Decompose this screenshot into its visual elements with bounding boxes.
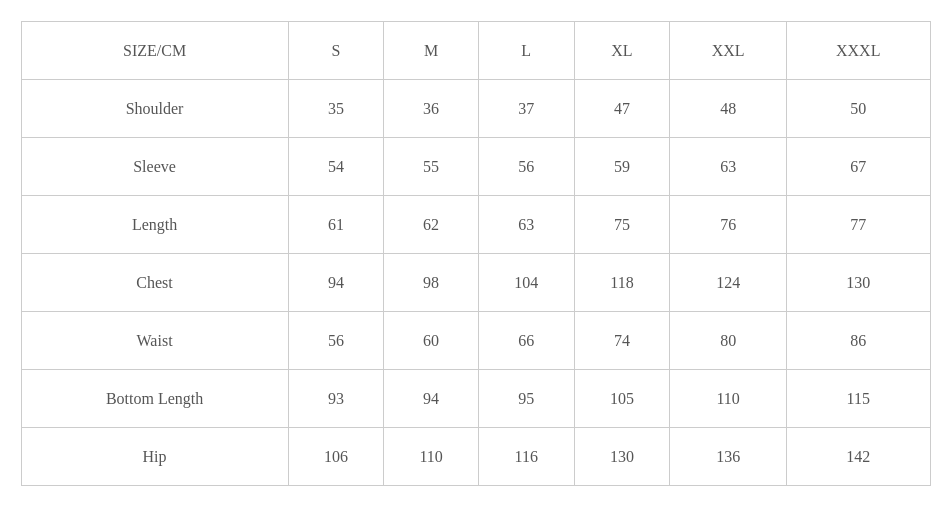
row-label: Shoulder	[21, 80, 288, 138]
row-value: 61	[288, 196, 384, 254]
row-value: 55	[384, 138, 478, 196]
row-value: 47	[574, 80, 670, 138]
col-header-size: SIZE/CM	[21, 22, 288, 80]
row-value: 75	[574, 196, 670, 254]
row-value: 130	[786, 254, 930, 312]
row-value: 36	[384, 80, 478, 138]
row-label: Waist	[21, 312, 288, 370]
row-label: Hip	[21, 428, 288, 486]
row-value: 94	[384, 370, 478, 428]
row-value: 66	[478, 312, 574, 370]
row-value: 116	[478, 428, 574, 486]
table-row: Bottom Length939495105110115	[21, 370, 930, 428]
row-value: 62	[384, 196, 478, 254]
row-value: 63	[478, 196, 574, 254]
table-row: Shoulder353637474850	[21, 80, 930, 138]
size-chart-table: SIZE/CM S M L XL XXL XXXL Shoulder353637…	[21, 21, 931, 486]
table-header-row: SIZE/CM S M L XL XXL XXXL	[21, 22, 930, 80]
table-row: Chest9498104118124130	[21, 254, 930, 312]
row-value: 105	[574, 370, 670, 428]
row-value: 56	[288, 312, 384, 370]
row-value: 77	[786, 196, 930, 254]
row-value: 130	[574, 428, 670, 486]
row-value: 118	[574, 254, 670, 312]
row-value: 76	[670, 196, 787, 254]
row-value: 54	[288, 138, 384, 196]
col-header-xl: XL	[574, 22, 670, 80]
row-label: Sleeve	[21, 138, 288, 196]
size-chart-container: SIZE/CM S M L XL XXL XXXL Shoulder353637…	[21, 21, 931, 486]
row-value: 74	[574, 312, 670, 370]
row-label: Bottom Length	[21, 370, 288, 428]
row-value: 124	[670, 254, 787, 312]
row-value: 80	[670, 312, 787, 370]
row-label: Chest	[21, 254, 288, 312]
row-value: 95	[478, 370, 574, 428]
col-header-m: M	[384, 22, 478, 80]
row-value: 56	[478, 138, 574, 196]
row-value: 106	[288, 428, 384, 486]
row-label: Length	[21, 196, 288, 254]
row-value: 110	[670, 370, 787, 428]
table-row: Length616263757677	[21, 196, 930, 254]
row-value: 37	[478, 80, 574, 138]
table-row: Hip106110116130136142	[21, 428, 930, 486]
row-value: 94	[288, 254, 384, 312]
table-row: Waist566066748086	[21, 312, 930, 370]
col-header-xxxl: XXXL	[786, 22, 930, 80]
row-value: 35	[288, 80, 384, 138]
row-value: 50	[786, 80, 930, 138]
row-value: 63	[670, 138, 787, 196]
row-value: 98	[384, 254, 478, 312]
row-value: 142	[786, 428, 930, 486]
row-value: 104	[478, 254, 574, 312]
row-value: 48	[670, 80, 787, 138]
row-value: 59	[574, 138, 670, 196]
col-header-xxl: XXL	[670, 22, 787, 80]
row-value: 93	[288, 370, 384, 428]
row-value: 110	[384, 428, 478, 486]
row-value: 115	[786, 370, 930, 428]
table-row: Sleeve545556596367	[21, 138, 930, 196]
col-header-s: S	[288, 22, 384, 80]
row-value: 136	[670, 428, 787, 486]
row-value: 60	[384, 312, 478, 370]
row-value: 67	[786, 138, 930, 196]
col-header-l: L	[478, 22, 574, 80]
row-value: 86	[786, 312, 930, 370]
